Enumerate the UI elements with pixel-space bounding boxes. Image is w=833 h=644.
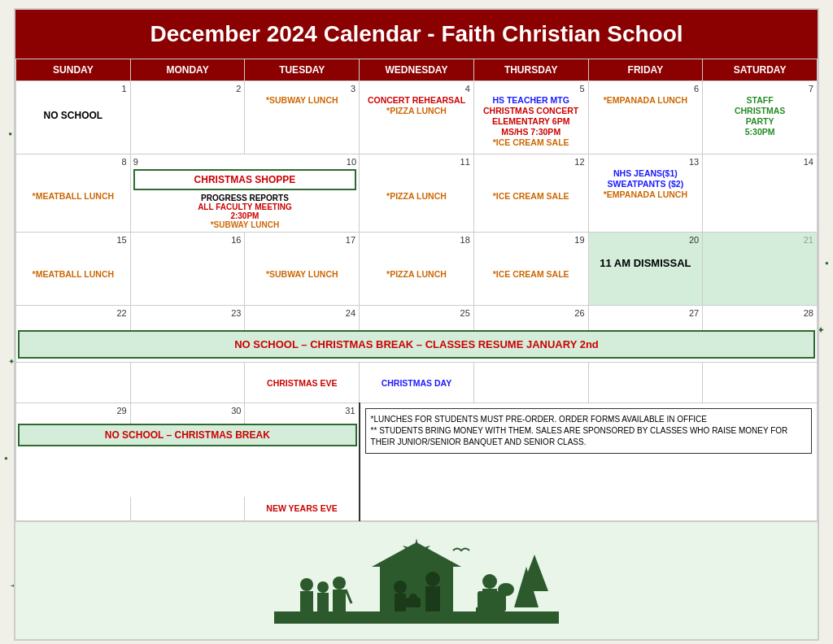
day-8: 8 *MEATBALL LUNCH [16, 154, 131, 233]
svg-point-15 [317, 581, 329, 593]
header-saturday: SATURDAY [703, 59, 818, 81]
svg-rect-21 [494, 607, 498, 620]
event: *PIZZA LUNCH [363, 191, 470, 201]
svg-point-4 [394, 581, 407, 594]
event: *EMPANADA LUNCH [592, 189, 700, 199]
subway-lunch-2: *SUBWAY LUNCH [133, 220, 356, 229]
svg-rect-11 [333, 590, 346, 611]
day-25-num: 25 [360, 306, 474, 330]
day-18: 18 *PIZZA LUNCH [360, 233, 474, 306]
svg-rect-16 [317, 593, 329, 611]
notes-text-2: ** STUDENTS BRING MONEY WITH THEM. SALES… [371, 426, 788, 446]
day-20: 20 11 AM DISMISSAL [588, 233, 703, 306]
star-icon: ● [825, 259, 829, 267]
notes-cell: *LUNCHES FOR STUDENTS MUST PRE-ORDER. OR… [360, 403, 818, 521]
day-27-empty [588, 363, 703, 403]
christmas-eve-label: CHRISTMAS EVE [248, 378, 355, 388]
svg-point-18 [498, 583, 514, 596]
christmas-break-text: NO SCHOOL – CHRISTMAS BREAK – CLASSES RE… [234, 338, 599, 350]
day-26-empty [473, 363, 588, 403]
event: *ICE CREAM SALE [478, 191, 585, 201]
svg-line-12 [346, 590, 351, 603]
header-tuesday: TUESDAY [245, 59, 360, 81]
dismissal-event: 11 AM DISMISSAL [592, 257, 700, 269]
day-31-events: NEW YEARS EVE [245, 497, 360, 521]
calendar-title: December 2024 Calendar - Faith Christian… [15, 10, 818, 59]
svg-rect-5 [395, 594, 406, 611]
day-7: 7 STAFF CHRISTMAS PARTY 5:30PM [703, 81, 818, 154]
event: *ICE CREAM SALE [478, 137, 585, 147]
svg-rect-22 [500, 607, 504, 620]
no-school-banner: NO SCHOOL – CHRISTMAS BREAK [18, 424, 357, 446]
event: NO SCHOOL [20, 110, 127, 121]
day-11: 11 *PIZZA LUNCH [360, 154, 474, 233]
day-29-num: 29 [16, 403, 131, 424]
event: HS TEACHER MTG [478, 95, 585, 105]
notes-box: *LUNCHES FOR STUDENTS MUST PRE-ORDER. OR… [365, 408, 812, 454]
svg-point-10 [333, 577, 346, 590]
day-27-num: 27 [588, 306, 703, 330]
day-24-num: 24 [245, 306, 360, 330]
day-4: 4 CONCERT REHEARSAL *PIZZA LUNCH [360, 81, 474, 154]
svg-point-23 [482, 574, 497, 589]
svg-point-7 [409, 594, 417, 602]
event: *SUBWAY LUNCH [248, 95, 355, 105]
day-12: 12 *ICE CREAM SALE [473, 154, 588, 233]
day-26-num: 26 [473, 306, 588, 330]
day-22-num: 22 [16, 306, 131, 330]
star-icon: ● [4, 455, 8, 462]
event: CHRISTMAS [706, 106, 813, 115]
day-30-empty [130, 497, 245, 521]
week-1-row: 1 NO SCHOOL 2 3 *SUBWAY LUNCH 4 CONCERT … [16, 81, 818, 154]
day-6: 6 *EMPANADA LUNCH [588, 81, 703, 154]
days-header-row: SUNDAY MONDAY TUESDAY WEDNESDAY THURSDAY… [16, 59, 818, 81]
day-14: 14 [703, 154, 818, 233]
event: ELEMENTARY 6PM [478, 116, 585, 126]
day-31-num: 31 [245, 403, 360, 424]
all-faculty: ALL FACULTY MEETING [133, 202, 356, 211]
event: STAFF [706, 95, 813, 105]
calendar-container: December 2024 Calendar - Faith Christian… [14, 8, 819, 641]
event: PARTY [706, 116, 813, 126]
day-17: 17 *SUBWAY LUNCH [245, 233, 360, 306]
day-21: 21 [703, 233, 818, 306]
svg-marker-3 [372, 542, 461, 567]
event: *PIZZA LUNCH [363, 106, 470, 115]
day-5: 5 HS TEACHER MTG CHRISTMAS CONCERT ELEME… [473, 81, 588, 154]
day-1: 1 NO SCHOOL [16, 81, 131, 154]
event: CONCERT REHEARSAL [363, 95, 470, 105]
header-wednesday: WEDNESDAY [360, 59, 474, 81]
day-3: 3 *SUBWAY LUNCH [245, 81, 360, 154]
event: 5:30PM [706, 127, 813, 137]
day-23-num: 23 [130, 306, 245, 330]
new-years-eve-label: NEW YEARS EVE [248, 503, 355, 513]
notes-text: *LUNCHES FOR STUDENTS MUST PRE-ORDER. OR… [371, 415, 707, 424]
header-friday: FRIDAY [588, 59, 703, 81]
day-15: 15 *MEATBALL LUNCH [16, 233, 131, 306]
event: *ICE CREAM SALE [478, 269, 585, 279]
svg-rect-24 [482, 589, 497, 605]
svg-rect-20 [483, 607, 487, 620]
header-sunday: SUNDAY [16, 59, 131, 81]
day-28-empty [703, 363, 818, 403]
event: MS/HS 7:30PM [478, 127, 585, 137]
no-school-christmas-break-cell: NO SCHOOL – CHRISTMAS BREAK [16, 424, 360, 497]
event: *PIZZA LUNCH [363, 269, 470, 279]
day-28-num: 28 [703, 306, 818, 330]
event: *MEATBALL LUNCH [20, 269, 127, 279]
day-13: 13 NHS JEANS($1) SWEATPANTS ($2) *EMPANA… [588, 154, 703, 233]
nativity-silhouette [274, 534, 559, 624]
week-4-banner-row: 22 23 24 25 26 27 28 [16, 306, 818, 330]
christmas-shoppe-banner: CHRISTMAS SHOPPE [133, 169, 356, 190]
faculty-time: 2:30PM [133, 211, 356, 220]
day-9-10-christmas-shoppe: 9 10 CHRISTMAS SHOPPE PROGRESS REPORTS A… [130, 154, 359, 233]
week-4-christmas-break-row: NO SCHOOL – CHRISTMAS BREAK – CLASSES RE… [16, 330, 818, 363]
progress-reports: PROGRESS REPORTS [133, 194, 356, 202]
day-22-empty [16, 363, 131, 403]
christmas-break-banner: NO SCHOOL – CHRISTMAS BREAK – CLASSES RE… [18, 330, 815, 359]
christmas-break-banner-cell: NO SCHOOL – CHRISTMAS BREAK – CLASSES RE… [16, 330, 818, 363]
day-25-events: CHRISTMAS DAY [360, 363, 474, 403]
day-16: 16 [130, 233, 245, 306]
svg-point-13 [300, 578, 313, 591]
header-thursday: THURSDAY [473, 59, 588, 81]
